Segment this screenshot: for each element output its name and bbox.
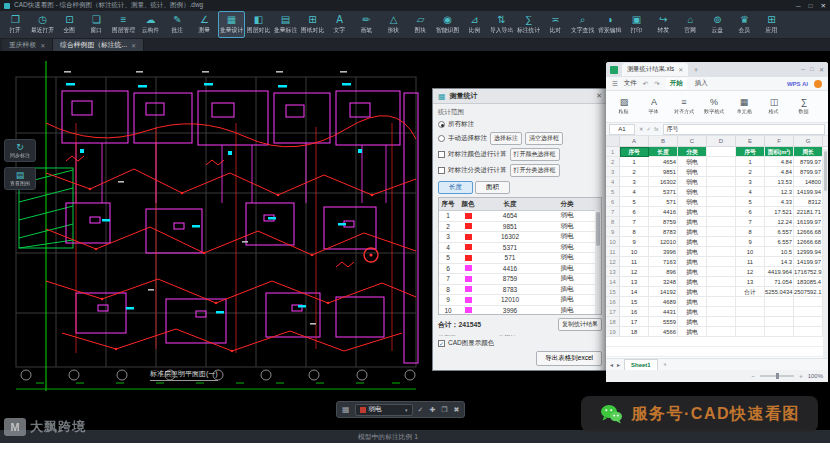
cell[interactable]: [707, 177, 736, 187]
annotation-class-select[interactable]: 弱电 ▾: [355, 404, 413, 416]
cell[interactable]: 弱电: [678, 187, 707, 197]
toolbar-button[interactable]: ⊞ 应用: [758, 11, 785, 38]
row-number[interactable]: 18: [606, 317, 620, 327]
cell[interactable]: 6: [736, 207, 765, 217]
column-header[interactable]: E: [736, 136, 765, 146]
quickbar-button-icon[interactable]: ✓: [418, 402, 424, 417]
row-number[interactable]: 13: [606, 267, 620, 277]
row-number[interactable]: 10: [606, 237, 620, 247]
cell[interactable]: 571: [649, 197, 678, 207]
tab-area[interactable]: 面积: [475, 181, 510, 194]
cell[interactable]: 183085.4: [794, 277, 823, 287]
row-number[interactable]: 6: [606, 197, 620, 207]
cell[interactable]: [707, 297, 736, 307]
cell[interactable]: 22181.71: [794, 207, 823, 217]
cell[interactable]: 12010: [649, 237, 678, 247]
cell[interactable]: 插电: [678, 297, 707, 307]
formula-confirm-icon[interactable]: ✓: [647, 126, 652, 132]
toolbar-button[interactable]: ❐ 打开: [2, 11, 29, 38]
cell[interactable]: 12.3: [765, 187, 794, 197]
spreadsheet-row[interactable]: 18 17 5559 插电: [606, 317, 828, 327]
row-number[interactable]: 2: [606, 157, 620, 167]
cell[interactable]: [765, 307, 794, 317]
ribbon-tab[interactable]: 开始: [666, 78, 687, 89]
cell[interactable]: [707, 217, 736, 227]
cell[interactable]: 11: [736, 257, 765, 267]
quickbar-button-icon[interactable]: ✖: [454, 402, 460, 417]
tab-close-icon[interactable]: ✕: [40, 42, 45, 49]
row-number[interactable]: 4: [606, 177, 620, 187]
row-number[interactable]: 15: [606, 287, 620, 297]
cell[interactable]: 4.84: [765, 157, 794, 167]
panel-close-icon[interactable]: ✕: [596, 92, 602, 100]
undo-icon[interactable]: ↶: [643, 80, 648, 88]
spreadsheet-row[interactable]: 6 5 571 弱电 5 4.33 8312: [606, 197, 828, 207]
class-filter-checkbox[interactable]: [438, 167, 445, 174]
spreadsheet-doc-tab[interactable]: 测量统计结果.xls ✕: [622, 63, 688, 76]
toolbar-button[interactable]: ◉ 智能识图: [434, 11, 461, 38]
toolbar-button[interactable]: ⊿ 比例: [461, 11, 488, 38]
spreadsheet-row[interactable]: 11 10 3996 插电 10 10.5 12999.94: [606, 247, 828, 257]
grid-scrollbar[interactable]: [823, 149, 828, 358]
cell[interactable]: 8: [620, 227, 649, 237]
color-filter-checkbox[interactable]: [438, 151, 445, 158]
cell[interactable]: 6: [620, 207, 649, 217]
cell[interactable]: 12: [620, 267, 649, 277]
cell[interactable]: [765, 297, 794, 307]
cell[interactable]: 1716752.91: [794, 267, 823, 277]
select-all-corner[interactable]: [606, 136, 620, 146]
sheet-prev-icon[interactable]: ◂: [610, 361, 613, 368]
spreadsheet-maximize-button[interactable]: □: [810, 66, 814, 73]
cell[interactable]: 分类: [678, 147, 707, 157]
cell[interactable]: 5255.0434: [765, 287, 794, 297]
cell[interactable]: 4416: [649, 207, 678, 217]
spreadsheet-grid[interactable]: 1 序号 长度 分类 序号 面积(m²) 周长 2 1 4654 弱电: [606, 147, 828, 358]
row-number[interactable]: 3: [606, 167, 620, 177]
cell[interactable]: 5559: [649, 317, 678, 327]
spreadsheet-row[interactable]: 9 8 8783 插电 8 6.557 12666.68: [606, 227, 828, 237]
cell[interactable]: [707, 227, 736, 237]
column-header[interactable]: G: [794, 136, 823, 146]
formula-input[interactable]: 序号: [663, 124, 826, 135]
cell[interactable]: 11: [620, 257, 649, 267]
cell[interactable]: 插电: [678, 307, 707, 317]
cell[interactable]: 插电: [678, 227, 707, 237]
column-header[interactable]: A: [620, 136, 649, 146]
cell[interactable]: 13: [620, 277, 649, 287]
cell[interactable]: 2: [736, 167, 765, 177]
row-number[interactable]: 12: [606, 257, 620, 267]
add-sheet-icon[interactable]: ＋: [662, 360, 668, 369]
cell[interactable]: 8783: [649, 227, 678, 237]
cell[interactable]: 5371: [649, 187, 678, 197]
cell[interactable]: [707, 197, 736, 207]
toolbar-button[interactable]: ▤ 批量标注: [272, 11, 299, 38]
toolbar-button[interactable]: ⌂ 官网: [677, 11, 704, 38]
cell[interactable]: 7: [736, 217, 765, 227]
cell[interactable]: 插电: [678, 217, 707, 227]
cell[interactable]: 14199.97: [794, 257, 823, 267]
spreadsheet-row[interactable]: 7 6 4416 插电 6 17.521 22181.71: [606, 207, 828, 217]
row-number[interactable]: 14: [606, 277, 620, 287]
cell[interactable]: 10: [620, 247, 649, 257]
cell[interactable]: 面积(m²): [765, 147, 794, 157]
canvas-tool-button[interactable]: ↻ 同步标注: [4, 139, 36, 162]
cell[interactable]: 8799.97: [794, 167, 823, 177]
ribbon-tab[interactable]: 插入: [691, 78, 712, 89]
row-number[interactable]: 17: [606, 307, 620, 317]
spreadsheet-row[interactable]: 19 18 4566 插电: [606, 327, 828, 337]
spreadsheet-row[interactable]: 13 12 896 插电 12 4419.964 1716752.91: [606, 267, 828, 277]
tab-length[interactable]: 长度: [438, 181, 473, 194]
cell[interactable]: [794, 307, 823, 317]
ribbon-button[interactable]: ▨ 粘贴: [609, 97, 639, 116]
cell[interactable]: 9851: [649, 167, 678, 177]
cell[interactable]: [707, 237, 736, 247]
user-avatar[interactable]: [814, 80, 822, 88]
row-number[interactable]: 9: [606, 227, 620, 237]
cell[interactable]: 6.557: [765, 237, 794, 247]
sheet-tab[interactable]: Sheet1: [624, 359, 658, 370]
row-number[interactable]: 7: [606, 207, 620, 217]
cell[interactable]: [707, 167, 736, 177]
cell[interactable]: 3: [736, 177, 765, 187]
toolbar-button[interactable]: ≍ 比对: [542, 11, 569, 38]
panel-titlebar[interactable]: ▦ 测量统计 ✕: [433, 89, 607, 104]
